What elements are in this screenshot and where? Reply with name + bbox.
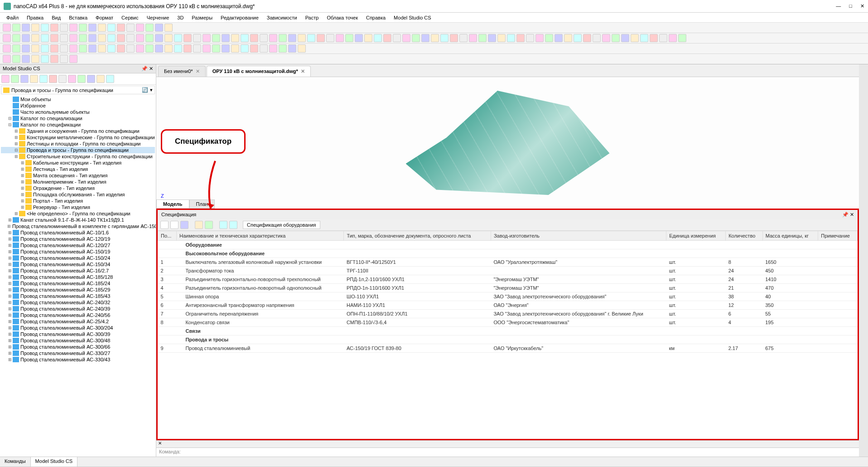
refresh-icon[interactable]: 🔄 [142,87,148,93]
toolbar-button[interactable] [79,44,87,53]
table-row[interactable]: 2Трансформатор токаТРГ-110IIшт.24450 [158,267,858,275]
tree-node[interactable]: ⊞Провод сталеалюминиевый АС-25/4.2 [1,318,155,325]
menu-Правка[interactable]: Правка [23,14,47,21]
menu-Зависимости[interactable]: Зависимости [263,14,301,21]
toolbar-button[interactable] [431,34,439,42]
tree-node[interactable]: ⊞Провод сталеалюминиевый АС-330/43 [1,356,155,363]
menu-Вставка[interactable]: Вставка [65,14,91,21]
toolbar-button[interactable] [393,34,401,42]
toolbar-button[interactable] [22,44,30,53]
toolbar-button[interactable] [50,34,58,42]
toolbar-button[interactable] [117,24,125,32]
toolbar-button[interactable] [317,34,325,42]
toolbar-button[interactable] [535,34,544,42]
toolbar-button[interactable] [193,44,201,53]
toolbar-button[interactable] [107,44,116,53]
toolbar-button[interactable] [126,44,135,53]
close-x[interactable]: ✕ [156,440,859,448]
toolbar-button[interactable] [469,34,477,42]
toolbar-button[interactable] [383,34,391,42]
tree-node[interactable]: ⊞Провод сталеалюминиевый АС-185/43 [1,293,155,299]
toolbar-button[interactable] [212,34,220,42]
toolbar-button[interactable] [260,44,268,53]
panel-tb-button[interactable] [11,75,19,83]
tree-node[interactable]: ⊞Провод сталеалюминиевый АС-330/27 [1,350,155,356]
toolbar-button[interactable] [117,34,125,42]
column-header[interactable]: Единица измерения [666,231,726,241]
tree-node[interactable]: ⊞Площадка обслуживания - Тип изделия [1,191,155,198]
toolbar-button[interactable] [421,34,429,42]
toolbar-button[interactable] [136,24,144,32]
toolbar-button[interactable] [231,44,239,53]
toolbar-button[interactable] [640,34,648,42]
column-header[interactable]: Масса единицы, кг [762,231,818,241]
toolbar-button[interactable] [298,34,306,42]
panel-tb-button[interactable] [49,75,57,83]
toolbar-button[interactable] [98,44,106,53]
maximize-button[interactable]: □ [849,3,852,9]
table-row[interactable]: 6Антирезонансный трансформатор напряжени… [158,301,858,310]
toolbar-button[interactable] [117,44,125,53]
toolbar-button[interactable] [279,44,287,53]
pin-icon[interactable]: 📌 [842,212,849,217]
tree-node[interactable]: ⊟Провода и тросы - Группа по спецификаци… [1,147,155,153]
toolbar-button[interactable] [12,24,20,32]
toolbar-button[interactable] [41,24,49,32]
tree-node[interactable]: ⊞<Не определено> - Группа по спецификаци… [1,210,155,217]
toolbar-button[interactable] [3,24,11,32]
toolbar-button[interactable] [545,34,553,42]
tree-node[interactable]: ⊞Строительные конструкции - Группа по сп… [1,153,155,160]
tree-node[interactable]: ⊟Каталог по спецификации [1,122,155,128]
toolbar-button[interactable] [98,24,106,32]
toolbar-button[interactable] [174,44,182,53]
toolbar-button[interactable] [364,34,372,42]
tree-node[interactable]: ⊞Мачта освещения - Тип изделия [1,172,155,179]
toolbar-button[interactable] [60,44,68,53]
toolbar-button[interactable] [31,24,39,32]
toolbar-button[interactable] [174,34,182,42]
panel-tb-button[interactable] [106,75,114,83]
toolbar-button[interactable] [69,24,77,32]
menu-Справка[interactable]: Справка [362,14,389,21]
toolbar-button[interactable] [88,34,96,42]
column-header[interactable]: Завод-изготовитель [491,231,666,241]
tree-node[interactable]: ⊞Здания и сооружения - Группа по специфи… [1,128,155,134]
toolbar-button[interactable] [145,34,154,42]
menu-Model Studio CS[interactable]: Model Studio CS [390,14,435,21]
catalog-dropdown[interactable]: Провода и тросы - Группа по спецификации… [1,86,155,94]
toolbar-button[interactable] [60,24,68,32]
close-button[interactable]: ✕ [860,3,864,9]
toolbar-button[interactable] [12,44,20,53]
toolbar-button[interactable] [3,44,11,53]
toolbar-button[interactable] [222,44,230,53]
toolbar-button[interactable] [136,34,144,42]
toolbar-button[interactable] [155,24,163,32]
panel-tb-button[interactable] [30,75,38,83]
toolbar-button[interactable] [593,34,601,42]
table-row[interactable]: 3Разъединитель горизонтально-поворотный … [158,275,858,284]
table-row[interactable]: 7Ограничитель перенапряженияОПН-П1-110/8… [158,310,858,318]
tree-node[interactable]: Часто используемые объекты [1,109,155,115]
toolbar-button[interactable] [79,34,87,42]
toolbar-button[interactable] [50,44,58,53]
toolbar-button[interactable] [155,34,163,42]
toolbar-button[interactable] [31,55,39,63]
toolbar-button[interactable] [678,34,686,42]
table2-button[interactable] [229,221,237,229]
grid-button[interactable] [180,221,188,229]
toolbar-button[interactable] [412,34,420,42]
tree-node[interactable]: ⊞Провод сталеалюминиевый АС-150/19 [1,248,155,255]
tree-node[interactable]: ⊞Провод сталеалюминиевый АС-300/204 [1,325,155,331]
toolbar-button[interactable] [69,44,77,53]
tree-node[interactable]: ⊞Провод сталеалюминиевый АС-240/32 [1,299,155,306]
tree-node[interactable]: ⊞Провод сталеалюминиевый в комплекте с г… [1,223,155,229]
tree-node[interactable]: ⊞Портал - Тип изделия [1,198,155,204]
toolbar-button[interactable] [555,34,563,42]
toolbar-button[interactable] [12,55,20,63]
toolbar-button[interactable] [107,24,116,32]
toolbar-button[interactable] [516,34,525,42]
toolbar-button[interactable] [250,34,258,42]
toolbar-button[interactable] [60,55,68,63]
tree-node[interactable]: ⊞Провод сталеалюминиевый АС-16/2.7 [1,268,155,274]
toolbar-button[interactable] [650,34,658,42]
